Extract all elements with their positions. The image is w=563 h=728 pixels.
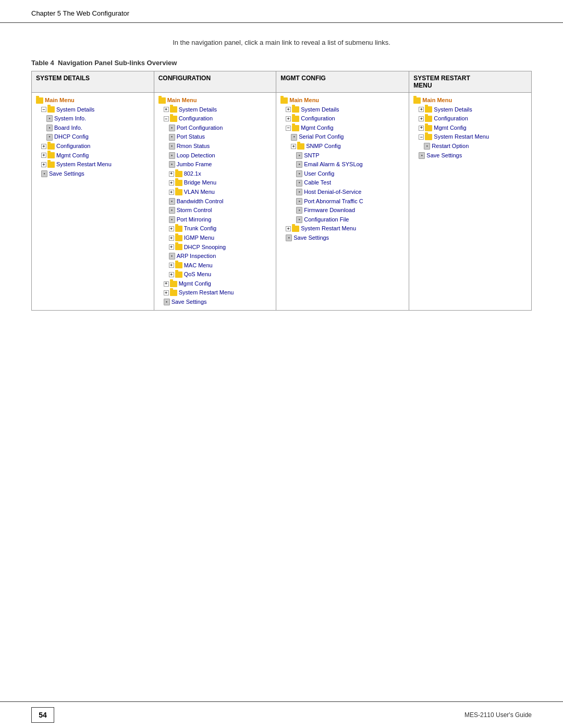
tree-link[interactable]: System Details [434, 105, 472, 115]
tree-link[interactable]: Cable Test [304, 178, 331, 188]
tree-link[interactable]: System Restart Menu [179, 288, 234, 298]
tree-link[interactable]: Mgmt Config [301, 124, 333, 133]
folder-icon [175, 189, 182, 195]
expand-icon[interactable]: + [41, 144, 46, 149]
tree-link[interactable]: QoS Menu [184, 270, 212, 279]
tree-link[interactable]: Save Settings [172, 298, 207, 307]
minus-icon[interactable]: − [286, 126, 291, 131]
tree-link[interactable]: Configuration [179, 114, 213, 124]
folder-icon [175, 171, 182, 177]
tree-link[interactable]: IGMP Menu [184, 233, 215, 243]
tree-item: Firmware Download [278, 206, 407, 215]
folder-icon [292, 116, 299, 122]
tree-link[interactable]: Bandwidth Control [177, 197, 224, 206]
tree-item: Jumbo Frame [156, 160, 274, 169]
expand-icon[interactable]: + [419, 116, 424, 121]
expand-icon[interactable]: + [41, 162, 46, 167]
tree-link[interactable]: System Details [56, 105, 94, 115]
tree-link[interactable]: Configuration File [304, 215, 349, 225]
tree-link[interactable]: SNMP Config [306, 142, 340, 151]
expand-icon[interactable]: + [169, 236, 174, 241]
tree-link[interactable]: Mgmt Config [56, 151, 89, 161]
expand-icon[interactable]: + [164, 290, 169, 295]
expand-icon[interactable]: + [169, 171, 174, 177]
expand-icon[interactable]: + [169, 180, 174, 186]
page-icon [169, 143, 175, 150]
tree-link[interactable]: System Details [301, 105, 339, 115]
tree-link[interactable]: System Restart Menu [56, 160, 112, 169]
tree-link[interactable]: System Info. [54, 114, 86, 124]
tree-link[interactable]: Main Menu [45, 96, 75, 105]
tree-link[interactable]: MAC Menu [184, 261, 213, 270]
tree-link[interactable]: System Details [179, 105, 217, 115]
tree-link[interactable]: Restart Option [432, 142, 469, 151]
tree-link[interactable]: Storm Control [177, 206, 212, 215]
expand-icon[interactable]: + [169, 226, 174, 231]
tree-link[interactable]: Rmon Status [177, 142, 210, 151]
tree-link[interactable]: Main Menu [422, 96, 452, 105]
tree-link[interactable]: Main Menu [289, 96, 319, 105]
tree-link[interactable]: Host Denial-of-Service [304, 188, 361, 197]
tree-link[interactable]: Configuration [301, 114, 335, 124]
minus-icon[interactable]: − [164, 116, 169, 121]
tree-link[interactable]: Port Configuration [177, 124, 223, 133]
tree-link-bridge-menu[interactable]: Bridge Menu [184, 178, 216, 188]
tree-link[interactable]: 802.1x [184, 169, 201, 179]
tree-link[interactable]: Jumbo Frame [177, 160, 212, 169]
expand-icon[interactable]: + [169, 263, 174, 268]
tree-link[interactable]: SNTP [304, 151, 319, 161]
expand-icon[interactable]: + [286, 226, 291, 231]
tree-item: Save Settings [156, 298, 274, 307]
tree-link[interactable]: Configuration [434, 114, 468, 124]
tree-link[interactable]: Mgmt Config [179, 279, 211, 289]
expand-icon[interactable]: + [419, 126, 424, 131]
expand-icon[interactable]: + [41, 153, 46, 158]
tree-item: Serial Port Config [278, 132, 407, 142]
tree-link-port-mirroring[interactable]: Port Mirroring [177, 215, 212, 225]
tree-link[interactable]: User Config [304, 169, 334, 179]
tree-link[interactable]: Email Alarm & SYSLog [304, 160, 363, 169]
tree-item: Save Settings [278, 233, 407, 243]
tree-item: Save Settings [34, 169, 152, 179]
expand-icon[interactable]: + [169, 244, 174, 250]
tree-link[interactable]: System Restart Menu [301, 224, 356, 233]
tree-link[interactable]: Mgmt Config [434, 124, 466, 133]
page-icon [164, 299, 170, 305]
tree-link[interactable]: System Restart Menu [434, 132, 489, 142]
tree-link[interactable]: Port Abnormal Traffic C [304, 197, 363, 206]
minus-icon[interactable]: − [41, 107, 46, 112]
tree-item: Loop Detection [156, 151, 274, 161]
page-number: 54 [31, 707, 54, 723]
tree-link[interactable]: Port Status [177, 132, 205, 142]
page-icon [296, 180, 302, 187]
tree-item: Restart Option [411, 142, 529, 151]
tree-link[interactable]: Save Settings [426, 151, 462, 161]
tree-link[interactable]: Firmware Download [304, 206, 355, 215]
tree-item: + IGMP Menu [156, 233, 274, 243]
expand-icon[interactable]: + [419, 107, 424, 112]
tree-link[interactable]: Save Settings [49, 169, 84, 179]
expand-icon[interactable]: + [291, 144, 296, 149]
tree-link[interactable]: Save Settings [293, 233, 329, 243]
tree-link[interactable]: Trunk Config [184, 224, 217, 233]
expand-icon[interactable]: + [164, 107, 169, 112]
tree-link[interactable]: VLAN Menu [184, 188, 215, 197]
tree-item: Board Info. [34, 124, 152, 133]
tree-link[interactable]: ARP Inspection [177, 252, 216, 261]
expand-icon[interactable]: + [286, 116, 291, 121]
tree-link[interactable]: Loop Detection [177, 151, 215, 161]
expand-icon[interactable]: + [169, 272, 174, 277]
tree-link[interactable]: Main Menu [167, 96, 197, 105]
folder-icon [292, 226, 299, 232]
tree-link[interactable]: DHCP Snooping [184, 243, 226, 252]
expand-icon[interactable]: + [286, 107, 291, 112]
tree-item: Cable Test [278, 178, 407, 188]
mgmt-config-col: Main Menu + System Details + Configurati… [276, 93, 409, 311]
tree-link[interactable]: Serial Port Config [299, 132, 344, 142]
expand-icon[interactable]: + [169, 190, 174, 195]
tree-link[interactable]: Board Info. [54, 124, 82, 133]
tree-link[interactable]: Configuration [56, 142, 90, 151]
expand-icon[interactable]: + [164, 281, 169, 287]
minus-icon[interactable]: − [419, 134, 424, 140]
tree-link[interactable]: DHCP Config [54, 132, 89, 142]
